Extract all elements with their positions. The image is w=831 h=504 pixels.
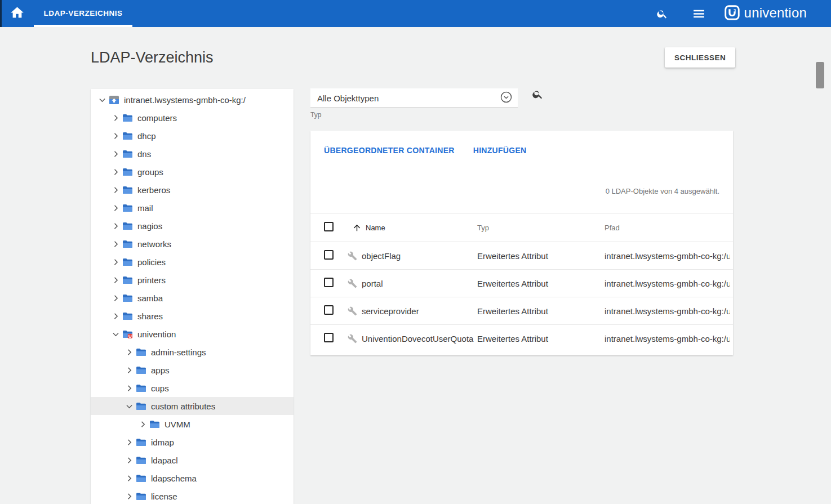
folder-icon [122,258,137,266]
chevron-right-icon[interactable] [109,185,122,195]
tree-item-kerberos[interactable]: kerberos [91,181,294,199]
chevron-right-icon[interactable] [122,383,136,393]
chevron-down-icon[interactable] [122,402,136,411]
tree-item-label: admin-settings [151,347,206,357]
tree-item-networks[interactable]: networks [91,235,294,253]
add-button[interactable]: HINZUFÜGEN [473,146,527,155]
close-button[interactable]: SCHLIESSEN [665,47,735,68]
tree-item-computers[interactable]: computers [91,109,294,127]
tree-item-groups[interactable]: groups [91,163,294,181]
tree-item-label: printers [137,275,166,285]
chevron-right-icon[interactable] [109,203,122,213]
table-row-serviceprovider[interactable]: serviceproviderErweitertes Attributintra… [310,297,733,325]
table-row-univentiondovecotuserquota[interactable]: UniventionDovecotUserQuotaErweitertes At… [310,325,733,353]
row-name: objectFlag [362,251,401,261]
tree-item-license[interactable]: license [91,487,294,504]
column-header-name[interactable]: Name [348,223,477,233]
tree-item-label: samba [137,293,163,303]
chevron-right-icon[interactable] [109,149,122,159]
tree-item-ldapacl[interactable]: ldapacl [91,451,294,469]
chevron-right-icon[interactable] [109,131,122,141]
chevron-right-icon[interactable] [109,311,122,321]
object-type-label: Typ [310,111,321,119]
row-checkbox[interactable] [324,305,334,315]
tree-item-samba[interactable]: samba [91,289,294,307]
chevron-down-icon[interactable] [109,329,122,339]
table-row-objectflag[interactable]: objectFlagErweitertes Attributintranet.l… [310,242,733,270]
scrollbar-thumb[interactable] [816,62,824,88]
tree-item-label: groups [137,167,163,177]
chevron-right-icon[interactable] [109,167,122,177]
search-icon [532,88,544,102]
column-header-typ[interactable]: Typ [477,224,605,232]
hamburger-menu-icon[interactable] [692,7,706,21]
tree-item-dhcp[interactable]: dhcp [91,127,294,145]
tab-ldap-verzeichnis[interactable]: LDAP-VERZEICHNIS [34,0,132,27]
tree-item-univention[interactable]: univention [91,325,294,343]
folder-icon [122,294,137,302]
page-title: LDAP-Verzeichnis [91,49,214,66]
folder-icon [136,456,151,465]
topbar-actions: univention [656,0,831,27]
row-path: intranet.lwsystems-gmbh-co-kg:/u… [605,334,730,344]
folder-univention-icon [122,330,137,338]
ldap-tree: intranet.lwsystems-gmbh-co-kg:/computers… [91,89,294,504]
chevron-right-icon[interactable] [109,257,122,267]
tree-item-policies[interactable]: policies [91,253,294,271]
chevron-right-icon[interactable] [122,474,136,483]
column-header-pfad[interactable]: Pfad [605,224,730,232]
row-checkbox[interactable] [324,250,334,260]
search-icon[interactable] [656,8,668,20]
folder-icon [122,276,137,284]
tree-item-intranet-lwsystems-gmbh-co-kg[interactable]: intranet.lwsystems-gmbh-co-kg:/ [91,91,294,109]
top-bar: LDAP-VERZEICHNIS univention [0,0,831,27]
table-row-portal[interactable]: portalErweitertes Attributintranet.lwsys… [310,270,733,297]
tree-item-ldapschema[interactable]: ldapschema [91,469,294,487]
folder-icon [122,312,137,320]
chevron-right-icon[interactable] [109,275,122,285]
chevron-right-icon[interactable] [122,492,136,501]
tab-label: LDAP-VERZEICHNIS [43,9,122,17]
row-name: portal [362,279,383,288]
select-all-checkbox[interactable] [324,222,334,231]
wrench-icon [348,334,357,344]
row-checkbox[interactable] [324,278,334,287]
object-type-select[interactable]: Alle Objekttypen [310,88,518,108]
table-header-row: Name Typ Pfad [310,213,733,242]
chevron-right-icon[interactable] [122,438,136,447]
chevron-right-icon[interactable] [109,293,122,303]
tree-item-uvmm[interactable]: UVMM [91,415,294,433]
tree-item-mail[interactable]: mail [91,199,294,217]
tree-item-label: policies [137,257,166,267]
chevron-right-icon[interactable] [122,456,136,465]
tree-item-apps[interactable]: apps [91,361,294,379]
row-type: Erweitertes Attribut [477,251,605,261]
tree-item-idmap[interactable]: idmap [91,433,294,451]
home-button[interactable] [0,0,34,27]
tree-item-label: intranet.lwsystems-gmbh-co-kg:/ [124,95,246,105]
chevron-right-icon[interactable] [122,365,136,375]
folder-icon [136,384,151,393]
tree-item-admin-settings[interactable]: admin-settings [91,343,294,361]
tree-item-dns[interactable]: dns [91,145,294,163]
chevron-right-icon[interactable] [122,347,136,357]
chevron-right-icon[interactable] [109,239,122,249]
tree-item-label: ldapschema [151,474,197,483]
chevron-right-icon[interactable] [109,221,122,231]
tree-item-custom-attributes[interactable]: custom attributes [91,397,294,415]
chevron-right-icon[interactable] [136,420,149,429]
folder-icon [122,222,137,230]
chevron-down-icon[interactable] [95,95,109,105]
folder-icon [136,474,151,483]
search-button[interactable] [530,88,545,102]
results-table-body: objectFlagErweitertes Attributintranet.l… [310,242,733,353]
row-checkbox[interactable] [324,333,334,342]
domain-icon [109,95,124,105]
tree-item-cups[interactable]: cups [91,379,294,397]
parent-container-button[interactable]: ÜBERGEORDNETER CONTAINER [324,146,455,155]
tree-item-shares[interactable]: shares [91,307,294,325]
tree-item-nagios[interactable]: nagios [91,217,294,235]
tree-item-printers[interactable]: printers [91,271,294,289]
row-path: intranet.lwsystems-gmbh-co-kg:/u… [605,306,730,316]
chevron-right-icon[interactable] [109,113,122,123]
